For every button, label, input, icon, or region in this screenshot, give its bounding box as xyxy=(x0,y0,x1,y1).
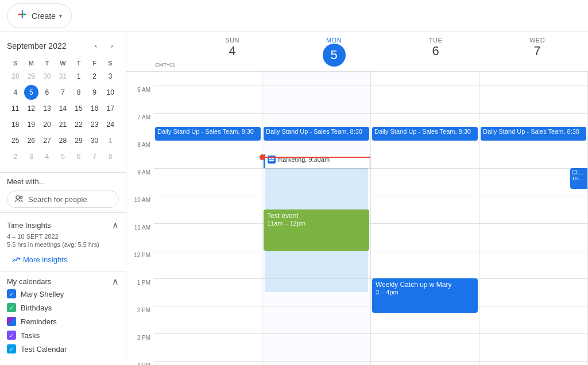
event-tue-standup[interactable]: Daily Stand Up - Sales Team, 8:30 xyxy=(372,127,478,141)
search-people-label: Search for people xyxy=(28,195,87,204)
time-insights-collapse-button[interactable]: ∧ xyxy=(112,220,119,231)
calendar-item-birthdays[interactable]: ✓ Birthdays xyxy=(7,301,119,314)
hour-line xyxy=(479,196,587,196)
event-wed-partial[interactable]: Cli... 10... xyxy=(570,168,587,189)
my-calendars-collapse-button[interactable]: ∧ xyxy=(112,276,119,287)
event-sun-standup[interactable]: Daily Stand Up - Sales Team, 8:30 xyxy=(155,127,261,141)
calendar-checkbox-mary: ✓ xyxy=(7,289,16,298)
mini-cal-title: September 2022 xyxy=(7,41,67,51)
hour-line xyxy=(154,196,262,196)
mini-cal-day[interactable]: 16 xyxy=(87,101,102,116)
event-title: Cli... xyxy=(572,169,586,176)
time-insights-title: Time Insights xyxy=(7,221,51,230)
mini-cal-day[interactable]: 6 xyxy=(40,85,55,100)
time-label-12pm: 12 PM xyxy=(126,251,154,278)
hour-line xyxy=(154,141,262,141)
mini-cal-day[interactable]: 30 xyxy=(40,69,55,84)
hour-line xyxy=(262,333,370,334)
mini-cal-day[interactable]: 29 xyxy=(24,69,39,84)
mini-cal-day[interactable]: 25 xyxy=(8,133,23,148)
search-people-button[interactable]: Search for people xyxy=(7,191,119,208)
mini-cal-day[interactable]: 6 xyxy=(71,149,86,164)
mini-cal-day[interactable]: 21 xyxy=(56,117,71,132)
day-headers: GMT+01 SUN 4 MON 5 TUE 6 WED xyxy=(126,32,588,72)
hour-line xyxy=(154,278,262,279)
mini-cal-day[interactable]: 8 xyxy=(71,85,86,100)
mini-cal-day[interactable]: 17 xyxy=(103,101,118,116)
svg-point-5 xyxy=(19,258,21,260)
header: Create ▾ xyxy=(0,0,588,32)
time-grid: 6 AM 7 AM 8 AM 9 AM 10 AM 11 AM 12 PM 1 … xyxy=(126,72,588,365)
mini-cal-day[interactable]: 4 xyxy=(8,85,23,100)
mini-cal-day[interactable]: 3 xyxy=(103,69,118,84)
event-mon-standup[interactable]: Daily Stand Up - Sales Team, 8:30 xyxy=(264,127,369,141)
my-calendars-title: My calendars xyxy=(7,277,51,286)
day-name-wed: WED xyxy=(486,37,588,44)
mini-cal-day[interactable]: 4 xyxy=(40,149,55,164)
mini-cal-day[interactable]: 15 xyxy=(71,101,86,116)
mini-cal-day[interactable]: 1 xyxy=(71,69,86,84)
mini-cal-day[interactable]: 31 xyxy=(56,69,71,84)
mini-cal-day[interactable]: 1 xyxy=(103,133,118,148)
day-column-wed[interactable]: Daily Stand Up - Sales Team, 8:30 Cli...… xyxy=(479,72,588,365)
mini-cal-day[interactable]: 10 xyxy=(103,85,118,100)
hour-line xyxy=(371,113,479,114)
event-tue-weekly[interactable]: Weekly Catch up w Mary 3 – 4pm xyxy=(372,278,478,313)
day-column-sun[interactable]: Daily Stand Up - Sales Team, 8:30 xyxy=(154,72,262,365)
day-header-wed: WED 7 xyxy=(486,32,588,71)
day-num-mon: 5 xyxy=(323,44,346,67)
day-column-tue[interactable]: Daily Stand Up - Sales Team, 8:30 Weekly… xyxy=(371,72,479,365)
mini-cal-day[interactable]: 22 xyxy=(71,117,86,132)
hour-line xyxy=(479,251,587,251)
calendar-item-reminders[interactable]: Reminders xyxy=(7,314,119,328)
mini-calendar: September 2022 ‹ › S M T W T xyxy=(0,39,126,172)
mini-cal-day[interactable]: 24 xyxy=(103,117,118,132)
calendar-checkbox-tasks: ✓ xyxy=(7,331,16,340)
event-title: Daily Stand Up - Sales Team, 8:30 xyxy=(374,128,475,135)
day-header-tue: TUE 6 xyxy=(385,32,486,71)
hour-line xyxy=(154,361,262,362)
mini-cal-day[interactable]: 19 xyxy=(24,117,39,132)
more-insights-button[interactable]: More insights xyxy=(7,253,72,266)
mini-cal-day[interactable]: 9 xyxy=(87,85,102,100)
hour-line xyxy=(371,196,479,196)
mini-cal-day[interactable]: 27 xyxy=(40,133,55,148)
chevron-down-icon: ▾ xyxy=(59,13,62,19)
mini-cal-day[interactable]: 18 xyxy=(8,117,23,132)
mini-cal-day[interactable]: 29 xyxy=(71,133,86,148)
mini-cal-day-today[interactable]: 5 xyxy=(24,85,39,100)
mini-cal-day[interactable]: 13 xyxy=(40,101,55,116)
mini-cal-day[interactable]: 26 xyxy=(24,133,39,148)
mini-cal-day[interactable]: 3 xyxy=(24,149,39,164)
event-time: 3 – 4pm xyxy=(376,289,474,296)
mini-cal-day[interactable]: 11 xyxy=(8,101,23,116)
calendar-item-mary[interactable]: ✓ Mary Shelley xyxy=(7,287,119,301)
day-header-w: W xyxy=(56,59,71,68)
mini-cal-day[interactable]: 7 xyxy=(87,149,102,164)
mini-cal-day[interactable]: 23 xyxy=(87,117,102,132)
mini-cal-day[interactable]: 2 xyxy=(87,69,102,84)
mini-cal-day[interactable]: 28 xyxy=(8,69,23,84)
hour-line xyxy=(479,223,587,224)
mini-cal-day[interactable]: 8 xyxy=(103,149,118,164)
next-month-button[interactable]: › xyxy=(105,39,119,53)
mini-cal-day[interactable]: 12 xyxy=(24,101,39,116)
mini-cal-day[interactable]: 20 xyxy=(40,117,55,132)
mini-cal-day[interactable]: 30 xyxy=(87,133,102,148)
event-time: 10... xyxy=(572,176,586,181)
day-column-mon[interactable]: Daily Stand Up - Sales Team, 8:30 market… xyxy=(262,72,371,365)
mini-cal-day[interactable]: 2 xyxy=(8,149,23,164)
prev-month-button[interactable]: ‹ xyxy=(89,39,103,53)
calendar-item-tasks[interactable]: ✓ Tasks xyxy=(7,328,119,342)
mini-cal-day[interactable]: 28 xyxy=(56,133,71,148)
day-header-mon: MON 5 xyxy=(283,32,385,71)
mini-cal-day[interactable]: 14 xyxy=(56,101,71,116)
event-wed-standup[interactable]: Daily Stand Up - Sales Team, 8:30 xyxy=(481,127,586,141)
event-mon-test[interactable]: Test event 11am – 12pm xyxy=(264,209,369,251)
mini-cal-day[interactable]: 7 xyxy=(56,85,71,100)
calendar-item-test[interactable]: ✓ Test Calendar xyxy=(7,342,119,356)
create-button[interactable]: Create ▾ xyxy=(7,3,72,28)
hour-line xyxy=(479,333,587,334)
hour-line xyxy=(479,306,587,306)
mini-cal-day[interactable]: 5 xyxy=(56,149,71,164)
